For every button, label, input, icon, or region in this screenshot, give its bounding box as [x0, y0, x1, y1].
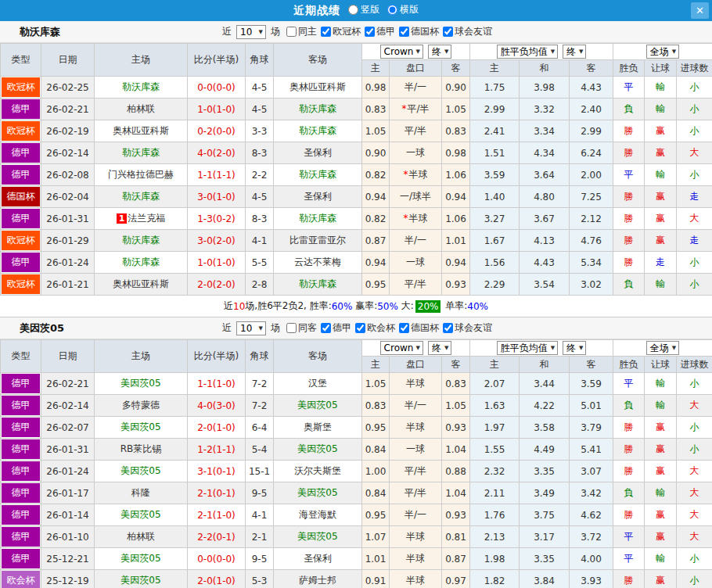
- result-handicap: 輸: [645, 373, 677, 395]
- result-handicap: 赢: [645, 570, 677, 588]
- odds-home: 0.83: [362, 395, 390, 417]
- league-filter-checkbox[interactable]: 德国杯: [399, 321, 439, 335]
- avg-away: 2.40: [570, 99, 613, 120]
- col-header-avg-away: 客: [570, 60, 613, 77]
- checkbox-input[interactable]: [399, 323, 409, 333]
- result-goals: 走: [677, 186, 712, 208]
- checkbox-input[interactable]: [399, 27, 409, 37]
- league-filter-checkbox[interactable]: 德甲: [321, 321, 351, 335]
- checkbox-input[interactable]: [355, 323, 365, 333]
- league-type-badge: 德甲: [1, 482, 41, 504]
- bookmaker-select[interactable]: Crown: [380, 341, 423, 355]
- result-goals: 大: [677, 482, 712, 504]
- team-name: 美因茨05: [20, 321, 64, 335]
- handicap: 平/半: [390, 274, 442, 296]
- bookmaker-select[interactable]: Crown: [380, 45, 423, 59]
- avg-away: 4.62: [570, 504, 613, 526]
- same-venue-checkbox[interactable]: 同主: [286, 25, 317, 38]
- odds-time-select[interactable]: 终: [428, 45, 451, 59]
- layout-radio-vertical[interactable]: 竖版: [348, 3, 379, 16]
- odds-home: 0.95: [362, 274, 390, 296]
- summary-segment: 大:: [398, 299, 414, 313]
- scope-select[interactable]: 全场: [646, 341, 679, 355]
- avg-odds-select[interactable]: 胜平负均值: [497, 341, 558, 355]
- checkbox-input[interactable]: [443, 323, 453, 333]
- corner-count: 4-5: [246, 186, 274, 208]
- league-filter-checkbox[interactable]: 德甲: [365, 25, 395, 38]
- avg-away: 3.02: [570, 274, 613, 296]
- col-header-odds-away: 客: [442, 357, 470, 373]
- handicap: 一/球半: [390, 186, 442, 208]
- layout-radio-horizontal[interactable]: 横版: [387, 3, 419, 16]
- league-filter-label: 球会友谊: [455, 321, 492, 335]
- odds-home: 0.95: [362, 417, 390, 439]
- league-filter-checkbox[interactable]: 欧冠杯: [321, 25, 361, 38]
- match-score: 3-0(1-0): [188, 186, 246, 208]
- close-icon[interactable]: ✕: [691, 2, 709, 19]
- league-filter-checkbox[interactable]: 欧会杯: [355, 321, 395, 335]
- handicap: 一球: [390, 142, 442, 164]
- avg-time-select[interactable]: 终: [563, 45, 586, 59]
- result-goals: 小: [677, 439, 712, 461]
- home-team: 柏林联: [95, 526, 188, 548]
- match-row: 德甲26-02-07美因茨052-0(1-0)6-4奥斯堡0.95半球0.931…: [1, 417, 712, 439]
- checkbox-input[interactable]: [321, 27, 331, 37]
- result-goals: 小: [677, 274, 712, 296]
- home-team: 勒沃库森: [95, 186, 188, 208]
- match-row: 德甲26-02-21美因茨051-1(1-0)7-2汉堡1.05半球0.832.…: [1, 373, 712, 395]
- handicap: 半/一: [390, 230, 442, 252]
- result-wdl: 勝: [613, 120, 645, 142]
- away-team: 比雷亚雷亚尔: [274, 230, 362, 252]
- league-type-label: 欧冠杯: [2, 231, 40, 250]
- odds-away: 1.05: [442, 395, 470, 417]
- radio-input[interactable]: [387, 5, 397, 15]
- result-handicap: 赢: [645, 439, 677, 461]
- avg-away: 2.99: [570, 120, 613, 142]
- avg-home: 1.82: [470, 570, 520, 588]
- avg-home: 1.51: [470, 142, 520, 164]
- checkbox-input[interactable]: [443, 27, 453, 37]
- away-team-name: 美因茨05: [297, 400, 337, 411]
- checkbox-input[interactable]: [321, 323, 331, 333]
- home-team: 柏林联: [95, 99, 188, 120]
- league-type-label: 德甲: [2, 439, 40, 459]
- league-filter-checkbox[interactable]: 德国杯: [399, 25, 439, 38]
- avg-odds-select[interactable]: 胜平负均值: [497, 45, 558, 59]
- avg-home: 1.76: [470, 504, 520, 526]
- match-date: 26-01-14: [41, 504, 95, 526]
- avg-home: 1.63: [470, 395, 520, 417]
- match-row: 欧冠杯26-02-25勒沃库森0-0(0-0)4-5奥林匹亚科斯0.98半/一0…: [1, 77, 712, 99]
- match-row: 德甲26-02-08门兴格拉德巴赫1-1(1-1)2-2勒沃库森0.82*半球1…: [1, 164, 712, 186]
- league-type-label: 德甲: [2, 418, 40, 437]
- checkbox-input[interactable]: [286, 27, 297, 37]
- match-score: 2-1(1-0): [188, 504, 246, 526]
- avg-draw: 3.35: [520, 461, 570, 482]
- home-team: 勒沃库森: [95, 142, 188, 164]
- same-venue-checkbox[interactable]: 同客: [286, 321, 317, 335]
- match-count-select[interactable]: 10: [236, 25, 266, 39]
- avg-time-select[interactable]: 终: [563, 341, 586, 355]
- league-filter-checkbox[interactable]: 球会友谊: [443, 25, 492, 38]
- away-team: 美因茨05: [274, 395, 362, 417]
- league-filter-checkbox[interactable]: 球会友谊: [443, 321, 492, 335]
- home-team-name: 柏林联: [127, 103, 155, 114]
- result-goals: 大: [677, 208, 712, 230]
- odds-time-select[interactable]: 终: [428, 341, 451, 355]
- match-row: 德甲26-01-24美因茨053-1(0-1)15-1沃尔夫斯堡1.00平/半0…: [1, 461, 712, 482]
- handicap: 半球: [390, 548, 442, 570]
- corner-count: 7-2: [246, 395, 274, 417]
- radio-input[interactable]: [348, 5, 358, 15]
- home-team: 勒沃库森: [95, 77, 188, 99]
- scope-select[interactable]: 全场: [646, 45, 679, 59]
- checkbox-input[interactable]: [365, 27, 375, 37]
- league-type-label: 德甲: [2, 527, 40, 547]
- checkbox-input[interactable]: [286, 323, 297, 333]
- radio-label: 横版: [400, 3, 419, 16]
- home-team-name: 科隆: [131, 487, 150, 498]
- match-count-select[interactable]: 10: [236, 321, 266, 335]
- league-filter-label: 德国杯: [411, 321, 439, 335]
- home-team: 科隆: [95, 482, 188, 504]
- odds-home: 0.83: [362, 99, 390, 120]
- odds-away: 1.04: [442, 482, 470, 504]
- home-team-name: 勒沃库森: [122, 81, 160, 92]
